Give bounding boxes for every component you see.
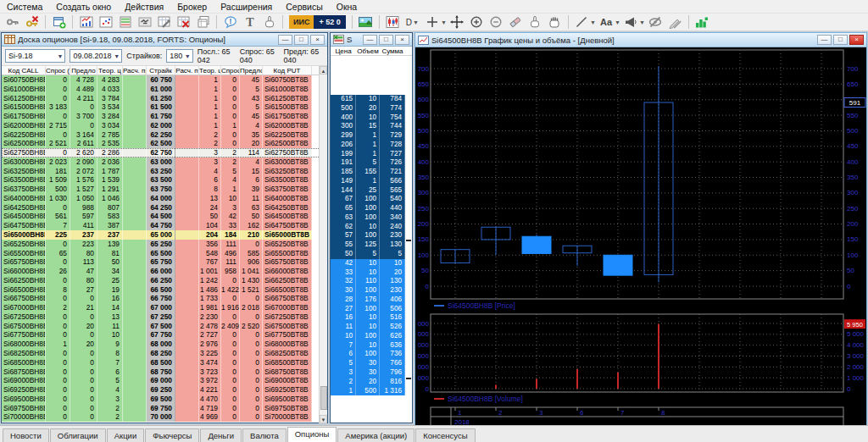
ask-row[interactable]: 63100340 [331,213,405,223]
bid-row[interactable]: 28176406 [331,296,405,305]
option-row[interactable]: Si69750BH8B00269 7504 71900Si69750BT8B [2,404,320,413]
option-row[interactable]: Si63500BH8B1 5091 5761 53963 500646Si635… [2,175,320,185]
option-row[interactable]: Si62000BH8B2 71503 03462 000114Si62000BT… [2,121,320,130]
column-header[interactable]: Спрос ( [46,66,70,75]
close-button[interactable]: × [310,35,325,45]
zoom-out-icon[interactable] [487,14,505,30]
price-volume-chart[interactable]: 0050501001001501502002002502503003003503… [415,47,866,433]
text-tool-icon[interactable]: T [241,14,259,30]
column-header[interactable]: Предло [240,66,263,75]
bid-row[interactable]: 421010 [331,259,405,268]
option-row[interactable]: Si68000BH8B120968 0002 97600Si68000BT8B [2,340,320,349]
option-row[interactable]: Si67000BH8B2211467 0001 9811 9162 018Si6… [2,303,320,312]
tab-Америка (акции)[interactable]: Америка (акции) [337,428,415,442]
bid-row[interactable]: 330796 [331,368,405,378]
table-delete-icon[interactable] [175,14,192,30]
minimize-button[interactable]: — [363,35,377,45]
chart-window-titlebar[interactable]: Si64500BH8B График цены и объёма - [Днев… [415,33,866,47]
option-row[interactable]: Si66750BH8B001666 7501 73300Si66750BT8B [2,294,320,303]
bid-row[interactable]: 530766 [331,359,405,368]
tab-Новости[interactable]: Новости [3,428,49,442]
close-button[interactable]: × [849,35,864,45]
option-row[interactable]: Si64000BH8B1 0301 0501 04664 000131011Si… [2,194,320,203]
tab-Опционы[interactable]: Опционы [287,427,337,442]
table-edit-icon[interactable] [155,14,173,30]
menu-Сервисы[interactable]: Сервисы [279,1,330,13]
bid-row[interactable]: 30100230 [331,286,405,296]
option-row[interactable]: Si67750BH8B001067 7502 72700Si67750BT8B [2,330,320,340]
bid-row[interactable]: 15001 316 [331,387,405,396]
new-window-icon[interactable] [50,14,68,30]
option-row[interactable]: Si63000BH8B2 0232 0902 03663 000324Si630… [2,157,320,167]
image-icon[interactable] [357,14,375,30]
strikes-select[interactable]: 180▼ [166,49,192,63]
option-row[interactable]: Si68250BH8B00868 2503 22500Si68250BT8B [2,349,320,358]
option-row[interactable]: Si63750BH8B5001 5271 29163 7508139Si6375… [2,185,320,194]
column-header[interactable]: Теор. ц [97,66,123,75]
key-icon[interactable] [3,14,21,30]
menu-Система[interactable]: Система [0,1,49,13]
eraser-icon[interactable] [507,14,525,30]
column-header[interactable]: Страйк [147,66,175,75]
pointer2-icon[interactable] [526,14,544,30]
bid-row[interactable]: 27100506 [331,305,405,314]
alert-horn-icon[interactable] [622,14,640,30]
ask-row[interactable]: 6210240 [331,223,405,232]
column-header[interactable]: Расч. пр [123,66,147,75]
deals-icon[interactable] [136,14,153,30]
bid-row[interactable]: 1610516 [331,313,405,323]
option-row[interactable]: Si61500BH8B3 18303 53461 500105Si61500BT… [2,102,320,112]
option-row[interactable]: Si69250BH8B00469 2504 22100Si69250BT8B [2,385,320,395]
ask-row[interactable]: 61510784 [331,95,405,104]
options-window-titlebar[interactable]: Доска опционов [Si-9.18, 09.08.2018, FOR… [2,33,327,47]
bid-row[interactable]: 220816 [331,378,405,387]
option-row[interactable]: Si62250BH8B03 1642 78562 2502035Si62250B… [2,130,320,140]
ask-row[interactable]: 65100440 [331,204,405,213]
scrollbar-thumb[interactable] [320,386,327,410]
bid-row[interactable]: 331020 [331,268,405,278]
hide-charts-icon[interactable] [647,14,665,30]
option-row[interactable]: Si62500BH8B2 5212 6112 53562 5002020Si62… [2,139,320,148]
ask-row[interactable]: 1915726 [331,158,405,168]
minimize-button[interactable]: — [278,35,292,45]
close-button[interactable]: × [395,35,409,45]
volume-bars-icon[interactable] [693,14,711,30]
menu-Создать окно[interactable]: Создать окно [49,1,118,13]
menu-Брокер[interactable]: Брокер [170,1,214,13]
option-row[interactable]: Si65500BH8B65808165 500548496585Si65500B… [2,249,320,258]
column-header[interactable]: Спрос ц [221,66,240,75]
option-row[interactable]: Si68500BH8B00768 5003 47400Si68500BT8B [2,358,320,367]
option-row[interactable]: Si61750BH8B03 7003 28461 7501045Si61750B… [2,112,320,121]
ask-row[interactable]: 1491566 [331,177,405,186]
column-header[interactable]: Объем [356,47,380,55]
zoom-in-icon[interactable] [468,14,486,30]
ask-row[interactable]: 14425565 [331,186,405,196]
ask-row[interactable]: 185155721 [331,168,405,177]
maximize-button[interactable]: □ [379,35,393,45]
option-row[interactable]: Si66000BH8B26473466 0001 0019581 041Si66… [2,267,320,276]
menu-Расширения[interactable]: Расширения [214,1,279,13]
menu-Действия[interactable]: Действия [118,1,170,13]
column-header[interactable]: Цена [331,47,356,55]
column-header[interactable]: Код CALL [2,66,46,75]
ask-row[interactable]: 40010754 [331,113,405,123]
pan-move-icon[interactable] [448,14,466,30]
instrument-select[interactable]: Si-9.18▼ [5,49,65,63]
maximize-button[interactable]: □ [294,35,309,45]
orderbook-window-titlebar[interactable]: S — □ × [331,33,412,47]
option-row[interactable]: Si64750BH8B741138764 75010433162Si64750B… [2,221,320,230]
ask-row[interactable]: 57100230 [331,231,405,240]
ask-row[interactable]: 2061728 [331,141,405,150]
quotes-table-icon[interactable] [116,14,134,30]
key-delete-icon[interactable] [23,14,41,30]
table-copy-icon[interactable] [194,14,212,30]
ask-row[interactable]: 50020774 [331,104,405,113]
option-row[interactable]: Si65750BH8B01135065 750767111906Si65750B… [2,257,320,267]
tab-Фьючерсы[interactable]: Фьючерсы [145,428,199,442]
tab-Валюта[interactable]: Валюта [242,428,287,442]
options-scrollbar[interactable]: ▲ ▼ [319,66,327,423]
notification-icon[interactable]: ! [221,14,239,30]
bid-row[interactable]: 6100736 [331,350,405,359]
iis-badge[interactable]: ИИС+ 52 0 [289,15,346,29]
ask-row[interactable]: 55125130 [331,240,405,250]
